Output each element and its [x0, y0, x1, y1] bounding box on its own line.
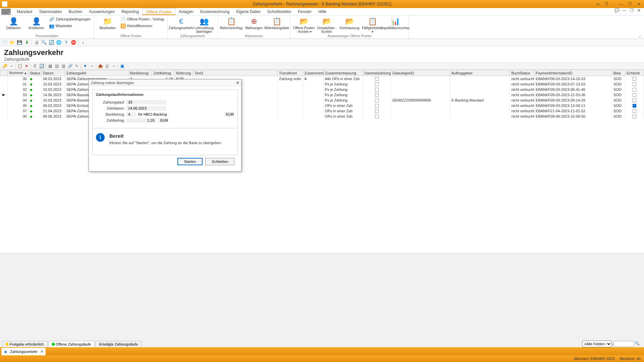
checkbox[interactable]	[633, 115, 636, 118]
inner-restore-icon[interactable]: ❐	[629, 8, 635, 13]
bottom-tab[interactable]: Freigabe erforderlich	[2, 341, 48, 347]
checkbox[interactable]	[633, 104, 636, 108]
gt-delete-icon[interactable]: 📋	[17, 64, 22, 68]
column-header[interactable]	[0, 70, 8, 76]
app-menu-icon[interactable]: ▾	[1, 9, 11, 15]
kleindifferenzen-button[interactable]: 🔀Kleindifferenzen	[120, 23, 165, 29]
qt-help-icon[interactable]: ?	[63, 40, 69, 45]
qt-customize-icon[interactable]: ⇣	[80, 41, 86, 44]
menu-kostenrechnung[interactable]: Kostenrechnung	[197, 8, 233, 15]
checkbox[interactable]	[375, 82, 379, 86]
ribbon-expand-icon[interactable]: ⌄	[638, 34, 641, 39]
column-header[interactable]: Auftraggeber	[450, 70, 510, 76]
search-icon[interactable]: 🔍	[635, 341, 641, 347]
gt-edit-icon[interactable]: ✎	[74, 64, 79, 68]
menu-reporting[interactable]: Reporting	[118, 8, 142, 15]
kontoauszug-button[interactable]: 📂Kontoauszug	[339, 16, 360, 30]
lohnzahlung-button[interactable]: 👥Lohnzahlung übertragen	[193, 16, 215, 34]
menu-auswertungen[interactable]: Auswertungen	[86, 8, 118, 15]
qt-print-icon[interactable]: 🖨	[34, 40, 39, 45]
gt-action1-icon[interactable]: ⇵	[32, 64, 38, 68]
zahlungsverkehr-button[interactable]: €Zahlungsverkehr	[170, 16, 192, 30]
qt-open-icon[interactable]: 📁	[9, 40, 15, 45]
column-header[interactable]: Bela	[612, 70, 625, 76]
column-header[interactable]: BuchStatus	[510, 70, 534, 76]
bottom-tab[interactable]: Offene Zahlungsläufe	[48, 341, 95, 347]
faelligkeitsliste-button[interactable]: 📋Fälligkeitsliste ▾	[362, 16, 383, 34]
help-bubble-icon[interactable]: 💬	[614, 8, 620, 13]
column-header[interactable]: Währung	[174, 70, 193, 76]
mitarbeiter-button[interactable]: 👥Mitarbeiter	[48, 23, 91, 29]
op-vortrag-button[interactable]: 📄Offene Posten - Vortrag	[120, 16, 165, 22]
column-header[interactable]: SammelzahlungMuss	[363, 70, 391, 76]
qt-globe-icon[interactable]: 🌐	[56, 40, 61, 45]
column-header[interactable]: Datum	[41, 70, 65, 76]
checkbox[interactable]	[633, 93, 636, 97]
search-input[interactable]	[614, 341, 634, 347]
checkbox[interactable]	[375, 99, 379, 102]
bottom-tab[interactable]: Erledigte Zahlungsläufe	[95, 341, 142, 347]
menu-fenster[interactable]: Fenster	[294, 8, 315, 15]
checkbox[interactable]	[375, 109, 379, 113]
kreditoren-button[interactable]: 👤Kreditoren	[25, 16, 47, 30]
checkbox[interactable]	[375, 88, 379, 92]
inner-close-icon[interactable]: ✕	[636, 8, 642, 13]
mahnvorschlag-button[interactable]: 📋Mahnvorschlag	[220, 16, 242, 30]
gt-refresh-icon[interactable]: 🔄	[39, 64, 44, 68]
gt-window-icon[interactable]: ▣	[119, 64, 125, 68]
column-header[interactable]: Echtzeit	[625, 70, 644, 76]
gt-filter-icon[interactable]: ▼	[83, 64, 88, 68]
checkbox[interactable]	[375, 115, 379, 118]
checkbox[interactable]	[633, 109, 636, 113]
umsatzliste-button[interactable]: 📂Umsatzliste - Konten	[316, 16, 337, 34]
start-button[interactable]: Starten	[177, 158, 203, 165]
column-header[interactable]: PaymentInformationID	[534, 70, 612, 76]
column-header[interactable]: Transferart	[277, 70, 303, 76]
column-header[interactable]: GlaeubigerID	[391, 70, 450, 76]
ribbon-minimize-icon[interactable]: ▭	[594, 1, 602, 7]
gt-remove-icon[interactable]: ✕	[24, 64, 29, 68]
gt-key-icon[interactable]: 🔑	[2, 64, 7, 68]
checkbox[interactable]	[633, 82, 636, 86]
column-header[interactable]: Text1	[193, 70, 277, 76]
inner-minimize-icon[interactable]: —	[621, 8, 627, 13]
menu-schnittstellen[interactable]: Schnittstellen	[264, 8, 294, 15]
gt-print-icon[interactable]: 🖨	[104, 64, 110, 68]
bearbeiten-button[interactable]: 📁Bearbeiten	[97, 16, 118, 30]
dialog-close-icon[interactable]: ✕	[236, 80, 240, 85]
column-header[interactable]: ZahlungsArt	[65, 70, 128, 76]
menu-mandant[interactable]: Mandant	[13, 8, 36, 15]
qt-preview-icon[interactable]: 🔍	[41, 40, 47, 45]
close-button[interactable]: ✕	[635, 1, 643, 7]
checkbox[interactable]	[633, 77, 636, 81]
qt-save-icon[interactable]: 💾	[17, 40, 22, 45]
qt-stop-icon[interactable]: ⛔	[71, 40, 76, 45]
mahnungen-button[interactable]: ⊕Mahnungen	[243, 16, 265, 30]
checkbox[interactable]	[633, 88, 636, 92]
ribbon-restore-icon[interactable]: ❐	[602, 1, 610, 7]
column-header[interactable]: Zahlbetrag	[152, 70, 174, 76]
close-dialog-button[interactable]: Schließen	[205, 158, 234, 165]
zahlungsbedingungen-button[interactable]: 🔗Zahlungsbedingungen	[48, 16, 91, 22]
menu-stammdaten[interactable]: Stammdaten	[36, 8, 65, 15]
debitoren-button[interactable]: 👤Debitoren	[3, 16, 24, 30]
column-header[interactable]: Status	[28, 70, 41, 76]
qt-new-icon[interactable]: 📄	[2, 40, 7, 45]
checkbox[interactable]	[375, 77, 379, 81]
search-filter-select[interactable]: <Alle Felder>	[582, 341, 612, 347]
column-header[interactable]: Zusammenfassung	[323, 70, 363, 76]
liquiditaet-button[interactable]: 📊Liquiditätsvorschau	[384, 16, 406, 30]
menu-buchen[interactable]: Buchen	[65, 8, 86, 15]
menu-eigene-daten[interactable]: Eigene Daten	[233, 8, 264, 15]
column-header[interactable]: Zusammenfa	[303, 70, 323, 76]
minimize-button[interactable]: —	[617, 1, 625, 7]
qt-refresh-icon[interactable]: 🔄	[49, 40, 54, 45]
checkbox[interactable]	[633, 99, 636, 102]
gt-grid1-icon[interactable]: ▦	[47, 64, 53, 68]
window-tab-zahlungsverkehr[interactable]: ◈ Zahlungsverkehr ✕	[1, 348, 46, 355]
menu-offene-posten[interactable]: Offene Posten	[142, 8, 175, 15]
tab-close-icon[interactable]: ✕	[40, 349, 44, 354]
checkbox[interactable]	[375, 104, 379, 108]
qt-import-icon[interactable]: ⬇	[24, 40, 30, 45]
beitreibungsliste-button[interactable]: 📋Beitreibungsliste	[266, 16, 287, 30]
